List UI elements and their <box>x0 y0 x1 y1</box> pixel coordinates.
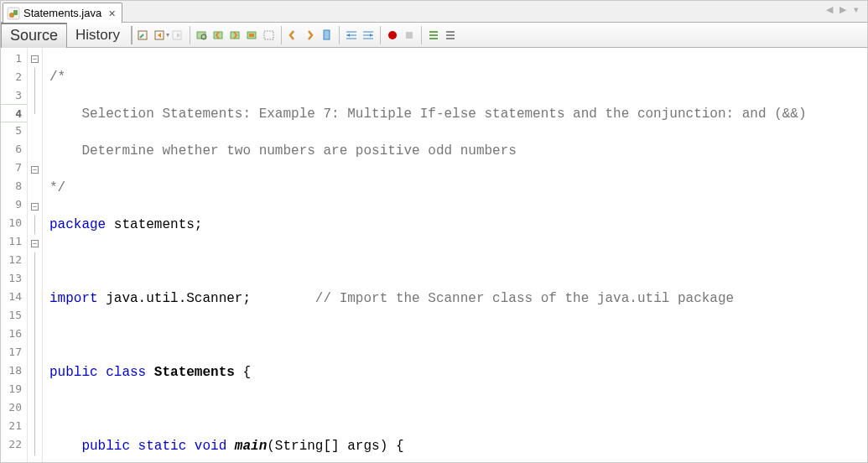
line-number[interactable]: 3 <box>1 86 27 105</box>
line-number[interactable]: 15 <box>1 306 27 325</box>
code-text: public <box>49 365 98 380</box>
svg-rect-2 <box>13 10 18 15</box>
fold-toggle-icon[interactable]: − <box>31 166 39 174</box>
line-number[interactable]: 12 <box>1 251 27 269</box>
fold-gutter: − − − − <box>28 48 43 462</box>
file-tab-strip: Statements.java ✕ ◀ ▶ ▾ <box>1 1 867 23</box>
line-number[interactable]: 10 <box>1 214 27 232</box>
shift-left-icon[interactable] <box>344 28 359 43</box>
comment-icon[interactable] <box>426 28 441 43</box>
toggle-highlight-icon[interactable] <box>245 28 260 43</box>
code-text: { <box>235 365 251 380</box>
svg-rect-15 <box>406 32 413 39</box>
file-tab[interactable]: Statements.java ✕ <box>3 3 122 23</box>
find-prev-icon[interactable] <box>211 28 226 43</box>
line-number[interactable]: 18 <box>1 362 27 380</box>
line-number[interactable]: 20 <box>1 398 27 417</box>
code-text: class <box>98 365 154 380</box>
toggle-rect-select-icon[interactable] <box>262 28 277 43</box>
code-text: void <box>195 439 226 454</box>
code-text: statements; <box>106 217 202 232</box>
find-selection-icon[interactable] <box>195 28 210 43</box>
code-text: // Import the Scanner class of the java.… <box>315 291 734 306</box>
code-text: /* <box>49 70 65 85</box>
line-number[interactable]: 7 <box>1 159 27 177</box>
fold-toggle-icon[interactable]: − <box>31 240 39 247</box>
code-text: Determine whether two numbers are positi… <box>49 143 517 159</box>
tab-nav-controls: ◀ ▶ ▾ <box>824 3 862 15</box>
code-text <box>226 439 235 454</box>
svg-rect-13 <box>324 30 330 39</box>
fold-toggle-icon[interactable]: − <box>31 203 39 211</box>
line-number[interactable]: 13 <box>1 269 27 288</box>
tab-nav-menu-icon[interactable]: ▾ <box>850 3 862 15</box>
tab-source[interactable]: Source <box>1 23 67 48</box>
prev-bookmark-icon[interactable] <box>286 28 301 43</box>
forward-icon[interactable] <box>170 28 185 43</box>
line-number-gutter: 1 2 3 4 5 6 7 8 9 10 11 12 13 14 15 16 1… <box>1 48 28 462</box>
code-text: package <box>49 217 106 232</box>
line-number[interactable]: 19 <box>1 380 27 398</box>
code-editor[interactable]: /* Selection Statements: Example 7: Mult… <box>43 48 867 462</box>
code-text: (String[] args) { <box>267 439 403 454</box>
svg-rect-12 <box>264 31 273 39</box>
next-bookmark-icon[interactable] <box>303 28 318 43</box>
tab-nav-right-icon[interactable]: ▶ <box>837 3 849 15</box>
line-number[interactable]: 8 <box>1 177 27 195</box>
line-number[interactable]: 21 <box>1 417 27 435</box>
code-text: static <box>130 439 195 454</box>
line-number[interactable]: 14 <box>1 288 27 306</box>
uncomment-icon[interactable] <box>443 28 458 43</box>
tab-nav-left-icon[interactable]: ◀ <box>824 3 835 15</box>
shift-right-icon[interactable] <box>361 28 376 43</box>
file-tab-label: Statements.java <box>23 7 101 19</box>
toggle-bookmark-icon[interactable] <box>320 28 335 43</box>
svg-point-14 <box>388 31 397 39</box>
code-text: java.util.Scanner; <box>98 291 315 306</box>
java-file-icon <box>7 7 20 20</box>
code-text: main <box>235 439 267 454</box>
line-number[interactable]: 2 <box>1 68 27 86</box>
last-edit-icon[interactable] <box>136 28 151 43</box>
close-icon[interactable]: ✕ <box>108 9 117 18</box>
editor-window: Statements.java ✕ ◀ ▶ ▾ Source History ▾ <box>0 0 868 463</box>
code-text: public <box>81 439 130 454</box>
code-text: Statements <box>154 365 235 380</box>
editor-toolbar: Source History ▾ <box>1 23 867 48</box>
code-text: Selection Statements: Example 7: Multipl… <box>49 107 807 122</box>
line-number[interactable]: 5 <box>1 122 27 140</box>
tab-history[interactable]: History <box>67 23 128 48</box>
editor-area: 1 2 3 4 5 6 7 8 9 10 11 12 13 14 15 16 1… <box>1 48 867 462</box>
line-number[interactable]: 16 <box>1 325 27 343</box>
svg-rect-11 <box>249 34 254 37</box>
line-number[interactable]: 17 <box>1 343 27 362</box>
line-number[interactable]: 4 <box>1 104 27 122</box>
line-number[interactable]: 1 <box>1 49 27 68</box>
code-text: */ <box>49 180 65 195</box>
fold-toggle-icon[interactable]: − <box>31 55 39 63</box>
macro-stop-icon[interactable] <box>402 28 417 43</box>
find-next-icon[interactable] <box>228 28 243 43</box>
code-text: import <box>49 291 98 306</box>
line-number[interactable]: 22 <box>1 435 27 454</box>
line-number[interactable]: 11 <box>1 232 27 251</box>
line-number[interactable]: 9 <box>1 195 27 214</box>
macro-record-icon[interactable] <box>385 28 400 43</box>
line-number[interactable]: 6 <box>1 140 27 159</box>
